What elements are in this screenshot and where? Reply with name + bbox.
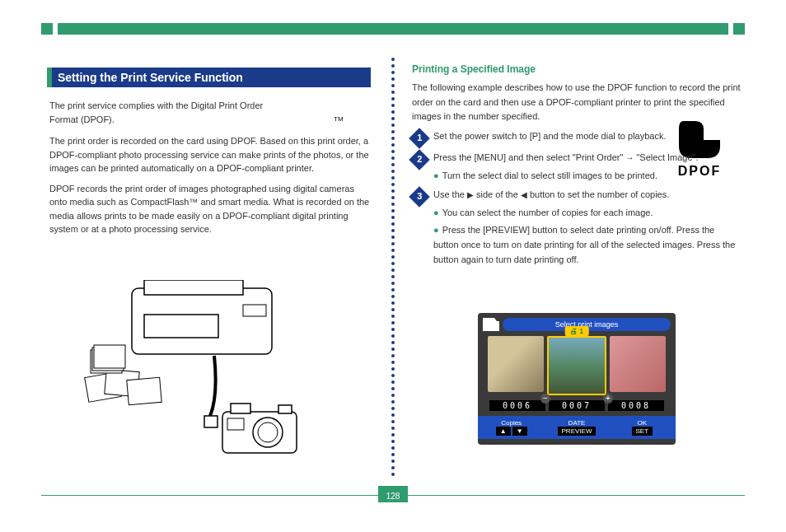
footer-ok: OK SET — [614, 419, 671, 436]
up-button-icon: ▲ — [496, 427, 511, 436]
bullet-icon: ● — [433, 170, 439, 180]
down-button-icon: ▼ — [512, 427, 527, 436]
page-number: 128 — [386, 492, 400, 501]
right-column: Printing a Specified Image The following… — [412, 62, 742, 272]
svg-rect-3 — [243, 305, 266, 316]
step-1: 1 Set the power switch to [P] and the mo… — [412, 129, 742, 146]
right-heading: Printing a Specified Image — [412, 62, 742, 77]
lcd-thumbnails: 🖨 1 — [478, 331, 676, 400]
bullet-icon: ● — [433, 225, 439, 235]
counter-2: 0007 — [549, 400, 605, 411]
counter-row: 0006 0007 0008 — [478, 400, 676, 411]
bullet-icon: ● — [433, 208, 439, 217]
column-divider — [391, 58, 395, 483]
footer-copies: Copies ▲ ▼ — [483, 419, 540, 436]
step-number-3: 3 — [409, 186, 429, 207]
footer-date: DATE PREVIEW — [548, 419, 605, 436]
plus-icon: + — [603, 394, 613, 404]
svg-rect-2 — [144, 315, 218, 338]
triangle-left-icon: ◀ — [521, 190, 527, 199]
svg-rect-6 — [127, 377, 161, 404]
step-1-text: Set the power switch to [P] and the mode… — [433, 129, 742, 146]
left-column: The print service complies with the Digi… — [49, 99, 371, 236]
svg-rect-10 — [204, 416, 218, 427]
triangle-right-icon: ▶ — [467, 190, 474, 199]
step-3-text: Use the ▶ side of the ◀ button to set th… — [433, 188, 742, 267]
thumbnail-1 — [488, 336, 544, 392]
intro-text: The print service complies with the Digi… — [49, 99, 264, 126]
camera-lcd-screenshot: Select print images 🖨 1 − + 0006 0007 00… — [478, 313, 676, 445]
svg-rect-9 — [94, 345, 125, 368]
svg-point-13 — [258, 422, 278, 442]
arrow-right-icon: → — [625, 153, 634, 162]
section-header: Setting the Print Service Function — [49, 68, 371, 87]
svg-rect-14 — [231, 404, 250, 413]
paragraph-1: The print order is recorded on the card … — [49, 134, 371, 175]
section-title: Setting the Print Service Function — [58, 71, 243, 84]
thumbnail-3 — [610, 336, 666, 392]
step-2-text: Press the [MENU] and then select "Print … — [433, 151, 742, 183]
thumbnail-2-selected: 🖨 1 — [547, 336, 606, 395]
counter-1: 0006 — [489, 400, 545, 411]
lcd-footer: Copies ▲ ▼ DATE PREVIEW OK SET — [478, 416, 676, 439]
svg-rect-16 — [227, 418, 244, 430]
print-count-badge: 🖨 1 — [565, 326, 589, 336]
top-decorative-bar — [41, 23, 745, 35]
svg-rect-15 — [278, 405, 292, 413]
minus-icon: − — [540, 394, 550, 404]
step-2: 2 Press the [MENU] and then select "Prin… — [412, 151, 742, 183]
step-3: 3 Use the ▶ side of the ◀ button to set … — [412, 188, 742, 267]
right-intro: The following example describes how to u… — [412, 81, 742, 124]
counter-3: 0008 — [608, 400, 664, 411]
print-icon — [483, 318, 499, 331]
printer-camera-illustration — [82, 280, 313, 469]
svg-rect-1 — [144, 280, 243, 295]
step-number-2: 2 — [409, 149, 429, 170]
step-number-1: 1 — [409, 128, 429, 148]
paragraph-2: DPOF records the print order of images p… — [49, 182, 371, 236]
